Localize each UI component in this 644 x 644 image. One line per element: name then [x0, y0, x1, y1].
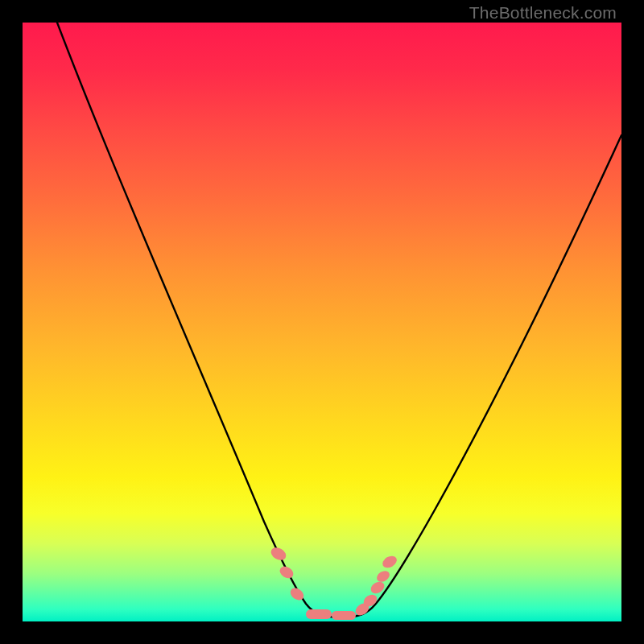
svg-point-8: [375, 568, 392, 584]
watermark-text: TheBottleneck.com: [469, 3, 617, 23]
bottleneck-curve: [31, 23, 621, 617]
svg-rect-4: [332, 611, 356, 620]
svg-point-9: [381, 554, 399, 571]
svg-point-1: [278, 564, 295, 581]
highlighted-points: [269, 545, 399, 620]
svg-rect-3: [306, 609, 332, 619]
chart-frame: TheBottleneck.com: [0, 0, 644, 644]
svg-point-0: [269, 545, 288, 563]
curve-layer: [23, 23, 621, 621]
plot-area: [23, 23, 621, 621]
